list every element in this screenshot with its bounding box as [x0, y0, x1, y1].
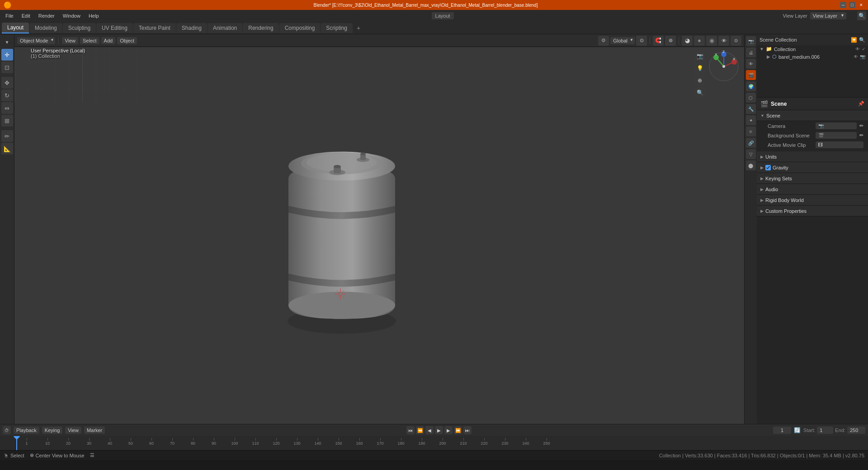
- view-menu[interactable]: View: [62, 37, 78, 44]
- modifier-props-btn[interactable]: 🔧: [746, 104, 756, 114]
- gravity-section-header[interactable]: ▶ Gravity: [757, 162, 868, 173]
- camera-edit-icon[interactable]: ✏: [859, 123, 863, 129]
- menu-item-file[interactable]: File: [2, 12, 17, 19]
- render-preview-btn[interactable]: 💡: [694, 63, 705, 74]
- step-back-btn[interactable]: ◀: [425, 426, 434, 434]
- measure-tool[interactable]: 📐: [1, 143, 13, 155]
- object-props-btn[interactable]: ⬡: [746, 93, 756, 103]
- menu-item-help[interactable]: Help: [85, 12, 103, 19]
- pin-icon[interactable]: 📌: [858, 101, 864, 107]
- outliner-search-icon[interactable]: 🔍: [859, 37, 865, 43]
- transform-gizmo-btn[interactable]: ⊕: [694, 75, 705, 86]
- output-props-btn[interactable]: 🖨: [746, 47, 756, 57]
- search-button[interactable]: 🔍: [857, 11, 866, 20]
- menu-item-edit[interactable]: Edit: [18, 12, 34, 19]
- cursor-tool[interactable]: ✛: [1, 49, 13, 61]
- start-frame-input[interactable]: 1: [817, 427, 833, 434]
- global-local-toggle[interactable]: Global▼: [610, 37, 635, 44]
- transform-tool[interactable]: ⊞: [1, 115, 13, 127]
- tab-compositing[interactable]: Compositing: [279, 23, 321, 33]
- view-mode-dropdown[interactable]: Object Mode ▼: [17, 37, 55, 44]
- menu-item-window[interactable]: Window: [59, 12, 84, 19]
- tab-scripting[interactable]: Scripting: [321, 23, 353, 33]
- proportional-edit[interactable]: ⊚: [665, 36, 676, 46]
- select-tool[interactable]: ⊡: [1, 61, 13, 73]
- move-tool[interactable]: ✥: [1, 77, 13, 89]
- scene-section-header[interactable]: ▼ Scene: [757, 110, 868, 121]
- constraints-props-btn[interactable]: 🔗: [746, 138, 756, 148]
- overlays-toggle[interactable]: 👁: [718, 36, 729, 46]
- navigation-gizmo[interactable]: Y X Z: [708, 51, 740, 82]
- search-in-viewport-btn[interactable]: 🔍: [694, 87, 705, 98]
- mode-dropdown[interactable]: ▼: [1, 36, 13, 48]
- render-props-btn[interactable]: 📷: [746, 36, 756, 46]
- view-layer-dropdown[interactable]: View Layer ▼: [810, 12, 846, 19]
- step-forward-btn[interactable]: ▶: [444, 426, 453, 434]
- audio-section-header[interactable]: ▶ Audio: [757, 184, 868, 195]
- shading-solid[interactable]: ◕: [682, 36, 693, 46]
- physics-props-btn[interactable]: ⚛: [746, 127, 756, 136]
- outliner-object-render[interactable]: 📷: [860, 54, 865, 59]
- minimize-button[interactable]: ─: [840, 2, 846, 8]
- camera-view-btn[interactable]: 📷: [694, 51, 705, 61]
- outliner-barrel-object[interactable]: ▶ ⬡ barel_medium.006 👁 📷: [757, 53, 868, 61]
- view-props-btn[interactable]: 👁: [746, 59, 756, 69]
- add-workspace-button[interactable]: +: [353, 23, 364, 33]
- prev-keyframe-btn[interactable]: ⏪: [416, 426, 424, 434]
- material-props-btn[interactable]: ⬤: [746, 160, 756, 170]
- gravity-checkbox[interactable]: [765, 165, 771, 170]
- shading-material[interactable]: ●: [694, 36, 705, 46]
- tab-rendering[interactable]: Rendering: [243, 23, 278, 33]
- pivot-dropdown[interactable]: ⊙: [636, 36, 647, 46]
- snap-toggle[interactable]: 🧲: [653, 36, 664, 46]
- timeline-content[interactable]: 1 10 20 30 40 50 60 70 80 90 100 110 120…: [0, 436, 868, 450]
- tab-layout[interactable]: Layout: [2, 23, 29, 33]
- tab-sculpting[interactable]: Sculpting: [63, 23, 96, 33]
- data-props-btn[interactable]: ▽: [746, 149, 756, 159]
- outliner-scene-collection[interactable]: ▼ 📁 Collection 👁 ✓: [757, 45, 868, 53]
- 3d-viewport[interactable]: Object Mode ▼ View Select Add Object ⚙ G…: [14, 34, 744, 424]
- snap-settings[interactable]: ⚙: [598, 36, 609, 46]
- end-frame-input[interactable]: 250: [847, 427, 865, 434]
- jump-to-start-btn[interactable]: ⏮: [406, 426, 415, 434]
- scale-tool[interactable]: ⇔: [1, 102, 13, 114]
- outliner-visibility-icon[interactable]: 👁: [855, 47, 860, 52]
- xray-toggle[interactable]: ⊙: [731, 36, 741, 46]
- shading-rendered[interactable]: ◉: [706, 36, 717, 46]
- outliner-filter-icon[interactable]: 🔽: [851, 37, 857, 43]
- units-section-header[interactable]: ▶ Units: [757, 151, 868, 162]
- select-menu[interactable]: Select: [80, 37, 99, 44]
- rotate-tool[interactable]: ↻: [1, 89, 13, 101]
- tab-modeling[interactable]: Modeling: [29, 23, 62, 33]
- custom-props-section-header[interactable]: ▶ Custom Properties: [757, 206, 868, 216]
- next-keyframe-btn[interactable]: ⏩: [454, 426, 462, 434]
- object-menu[interactable]: Object: [117, 37, 137, 44]
- add-menu[interactable]: Add: [101, 37, 116, 44]
- keying-sets-section-header[interactable]: ▶ Keying Sets: [757, 173, 868, 184]
- maximize-button[interactable]: □: [849, 2, 855, 8]
- bg-scene-value[interactable]: 🎬: [816, 132, 857, 139]
- playback-menu[interactable]: Playback: [14, 427, 39, 434]
- scene-props-btn[interactable]: 🎬: [746, 70, 756, 80]
- tab-texture-paint[interactable]: Texture Paint: [133, 23, 176, 33]
- view-menu-timeline[interactable]: View: [65, 427, 81, 434]
- play-btn[interactable]: ▶: [435, 426, 443, 434]
- outliner-object-visibility[interactable]: 👁: [854, 54, 858, 59]
- keying-menu[interactable]: Keying: [42, 427, 63, 434]
- jump-to-end-btn[interactable]: ⏭: [463, 426, 472, 434]
- close-button[interactable]: ✕: [858, 2, 864, 8]
- tab-shading[interactable]: Shading: [176, 23, 207, 33]
- menu-item-render[interactable]: Render: [35, 12, 58, 19]
- annotate-tool[interactable]: ✏: [1, 130, 13, 142]
- particles-props-btn[interactable]: ✦: [746, 115, 756, 125]
- tab-uv-editing[interactable]: UV Editing: [96, 23, 133, 33]
- rigid-body-world-section-header[interactable]: ▶ Rigid Body World: [757, 195, 868, 206]
- camera-value[interactable]: 📷: [816, 122, 857, 129]
- marker-menu[interactable]: Marker: [84, 427, 105, 434]
- bg-scene-edit-icon[interactable]: ✏: [859, 132, 863, 138]
- world-props-btn[interactable]: 🌍: [746, 81, 756, 91]
- movie-clip-value[interactable]: 🎞: [816, 141, 863, 148]
- current-frame-input[interactable]: 1: [773, 427, 791, 434]
- tab-animation[interactable]: Animation: [208, 23, 242, 33]
- outliner-exclude-icon[interactable]: ✓: [862, 47, 865, 52]
